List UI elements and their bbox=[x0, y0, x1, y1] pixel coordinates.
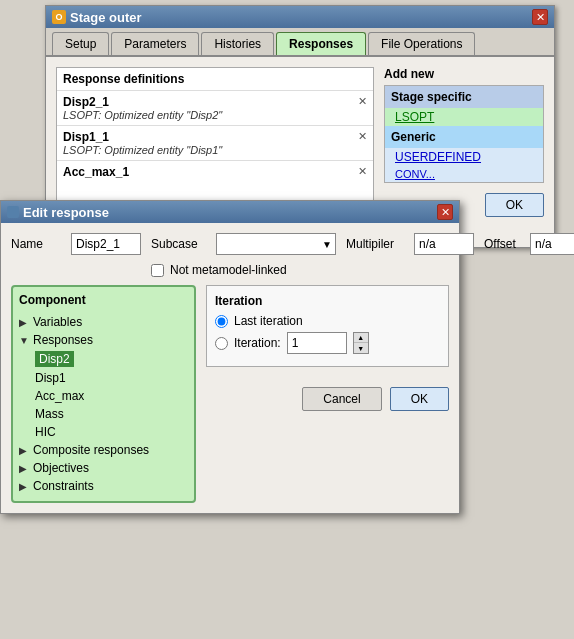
tree-child-mass[interactable]: Mass bbox=[35, 405, 188, 423]
multiplier-input[interactable] bbox=[414, 233, 474, 255]
subcase-select-wrapper: ▼ bbox=[216, 233, 336, 255]
responses-children: Disp2 Disp1 Acc_max Mass HIC bbox=[19, 349, 188, 441]
checkbox-row: Not metamodel-linked bbox=[11, 263, 449, 277]
variables-arrow-icon: ▶ bbox=[19, 317, 33, 328]
accmax-label: Acc_max bbox=[35, 389, 84, 403]
component-title: Component bbox=[19, 293, 188, 307]
outer-window-title: Stage outer bbox=[70, 10, 142, 25]
response-name-accmax: Acc_max_1 bbox=[63, 165, 129, 179]
dialog-titlebar-left: Edit response bbox=[7, 205, 109, 220]
right-panel: Iteration Last iteration Iteration: ▲ ▼ bbox=[206, 285, 449, 503]
spinner-down-icon[interactable]: ▼ bbox=[354, 343, 368, 353]
add-new-box: Stage specific LSOPT Generic USERDEFINED… bbox=[384, 85, 544, 183]
objectives-label: Objectives bbox=[33, 461, 89, 475]
last-iteration-label: Last iteration bbox=[234, 314, 303, 328]
tree-composite[interactable]: ▶ Composite responses bbox=[19, 441, 188, 459]
responses-arrow-icon: ▼ bbox=[19, 335, 33, 346]
dialog-titlebar: Edit response ✕ bbox=[1, 201, 459, 223]
response-item-content-accmax: Acc_max_1 bbox=[63, 165, 129, 179]
iteration-title: Iteration bbox=[215, 294, 440, 308]
iteration-spinner: ▲ ▼ bbox=[353, 332, 369, 354]
iteration-radio[interactable] bbox=[215, 337, 228, 350]
response-name-disp1: Disp1_1 bbox=[63, 130, 222, 144]
variables-label: Variables bbox=[33, 315, 82, 329]
response-name-disp2: Disp2_1 bbox=[63, 95, 222, 109]
tree-variables[interactable]: ▶ Variables bbox=[19, 313, 188, 331]
tab-parameters[interactable]: Parameters bbox=[111, 32, 199, 55]
cancel-button[interactable]: Cancel bbox=[302, 387, 381, 411]
iteration-label: Iteration: bbox=[234, 336, 281, 350]
generic-section: Generic bbox=[385, 126, 543, 148]
form-row-1: Name Subcase ▼ Multipiler Offset bbox=[11, 233, 449, 255]
mass-label: Mass bbox=[35, 407, 64, 421]
composite-label: Composite responses bbox=[33, 443, 149, 457]
dialog-close-button[interactable]: ✕ bbox=[437, 204, 453, 220]
spinner-up-icon[interactable]: ▲ bbox=[354, 333, 368, 343]
outer-titlebar: O Stage outer ✕ bbox=[46, 6, 554, 28]
response-item-content-disp1: Disp1_1 LSOPT: Optimized entity "Disp1" bbox=[63, 130, 222, 156]
name-input[interactable] bbox=[71, 233, 141, 255]
response-item-accmax[interactable]: Acc_max_1 ✕ bbox=[57, 160, 373, 183]
response-item-disp1[interactable]: Disp1_1 LSOPT: Optimized entity "Disp1" … bbox=[57, 125, 373, 160]
tree-responses[interactable]: ▼ Responses bbox=[19, 331, 188, 349]
userdefined-item[interactable]: USERDEFINED bbox=[385, 148, 543, 166]
not-metamodel-label: Not metamodel-linked bbox=[170, 263, 287, 277]
name-label: Name bbox=[11, 237, 61, 251]
response-defs-header: Response definitions bbox=[57, 68, 373, 90]
last-iteration-radio[interactable] bbox=[215, 315, 228, 328]
response-item-content-disp2: Disp2_1 LSOPT: Optimized entity "Disp2" bbox=[63, 95, 222, 121]
not-metamodel-checkbox[interactable] bbox=[151, 264, 164, 277]
disp2-label: Disp2 bbox=[35, 351, 74, 367]
response-desc-disp1: LSOPT: Optimized entity "Disp1" bbox=[63, 144, 222, 156]
stage-icon: O bbox=[52, 10, 66, 24]
outer-close-button[interactable]: ✕ bbox=[532, 9, 548, 25]
stage-specific-section: Stage specific bbox=[385, 86, 543, 108]
objectives-arrow-icon: ▶ bbox=[19, 463, 33, 474]
subcase-select[interactable] bbox=[216, 233, 336, 255]
tab-file-operations[interactable]: File Operations bbox=[368, 32, 475, 55]
ok-outer-button[interactable]: OK bbox=[485, 193, 544, 217]
add-new-header: Add new bbox=[384, 67, 544, 81]
constraints-arrow-icon: ▶ bbox=[19, 481, 33, 492]
constraints-label: Constraints bbox=[33, 479, 94, 493]
response-desc-disp2: LSOPT: Optimized entity "Disp2" bbox=[63, 109, 222, 121]
dialog-icon bbox=[7, 206, 19, 218]
dialog-buttons: Cancel OK bbox=[206, 377, 449, 411]
responses-label: Responses bbox=[33, 333, 93, 347]
composite-arrow-icon: ▶ bbox=[19, 445, 33, 456]
iteration-group: Iteration Last iteration Iteration: ▲ ▼ bbox=[206, 285, 449, 367]
dialog-main: Component ▶ Variables ▼ Responses Disp2 … bbox=[11, 285, 449, 503]
response-close-disp2[interactable]: ✕ bbox=[358, 95, 367, 108]
component-panel: Component ▶ Variables ▼ Responses Disp2 … bbox=[11, 285, 196, 503]
tree-child-disp1[interactable]: Disp1 bbox=[35, 369, 188, 387]
edit-response-dialog: Edit response ✕ Name Subcase ▼ Multipile… bbox=[0, 200, 460, 514]
dialog-content: Name Subcase ▼ Multipiler Offset Not met… bbox=[1, 223, 459, 513]
conv-item[interactable]: CONV... bbox=[385, 166, 543, 182]
iteration-number-row: Iteration: ▲ ▼ bbox=[215, 332, 440, 354]
tree-objectives[interactable]: ▶ Objectives bbox=[19, 459, 188, 477]
hic-label: HIC bbox=[35, 425, 56, 439]
response-close-accmax[interactable]: ✕ bbox=[358, 165, 367, 178]
tab-responses[interactable]: Responses bbox=[276, 32, 366, 55]
tab-histories[interactable]: Histories bbox=[201, 32, 274, 55]
ok-button[interactable]: OK bbox=[390, 387, 449, 411]
disp1-label: Disp1 bbox=[35, 371, 66, 385]
lsopt-item[interactable]: LSOPT bbox=[385, 108, 543, 126]
tab-bar: Setup Parameters Histories Responses Fil… bbox=[46, 28, 554, 57]
tree-child-accmax[interactable]: Acc_max bbox=[35, 387, 188, 405]
tree-constraints[interactable]: ▶ Constraints bbox=[19, 477, 188, 495]
offset-label: Offset bbox=[484, 237, 520, 251]
response-item-disp2[interactable]: Disp2_1 LSOPT: Optimized entity "Disp2" … bbox=[57, 90, 373, 125]
dialog-title: Edit response bbox=[23, 205, 109, 220]
response-close-disp1[interactable]: ✕ bbox=[358, 130, 367, 143]
tree-child-disp2[interactable]: Disp2 bbox=[35, 349, 188, 369]
multiplier-label: Multipiler bbox=[346, 237, 404, 251]
tab-setup[interactable]: Setup bbox=[52, 32, 109, 55]
subcase-label: Subcase bbox=[151, 237, 206, 251]
tree-child-hic[interactable]: HIC bbox=[35, 423, 188, 441]
last-iteration-row: Last iteration bbox=[215, 314, 440, 328]
offset-input[interactable] bbox=[530, 233, 574, 255]
titlebar-left: O Stage outer bbox=[52, 10, 142, 25]
iteration-number-input[interactable] bbox=[287, 332, 347, 354]
